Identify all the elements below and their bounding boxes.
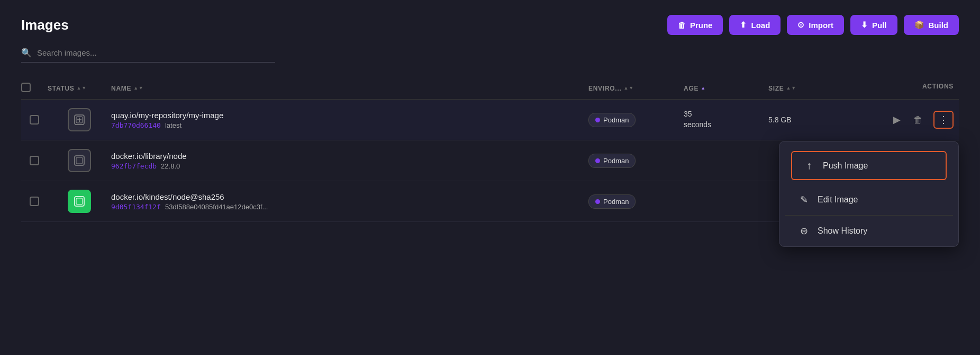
row1-status-cell <box>48 108 111 131</box>
images-page: Images 🗑 Prune ⬆ Load ⊙ Import ⬇ Pull 📦 … <box>0 0 980 355</box>
build-icon: 📦 <box>914 20 924 30</box>
page-header: Images 🗑 Prune ⬆ Load ⊙ Import ⬇ Pull 📦 … <box>21 15 959 35</box>
env-sort-icon: ▲▼ <box>624 86 634 91</box>
prune-icon: 🗑 <box>678 21 686 30</box>
row1-checkbox-cell <box>21 115 48 125</box>
row1-meta: 7db770d66140 latest <box>111 121 588 129</box>
row2-checkbox[interactable] <box>30 156 39 165</box>
row2-env-cell: Podman <box>588 154 684 168</box>
row3-status-cell <box>48 190 111 213</box>
size-sort-icon: ▲▼ <box>786 86 796 91</box>
env-dot-icon <box>595 118 600 122</box>
edit-icon: ✎ <box>797 194 810 206</box>
context-dropdown-menu: ↑ Push Image ✎ Edit Image ⊛ Show History <box>779 141 959 247</box>
row1-size-cell: 5.8 GB <box>768 116 853 124</box>
show-history-item[interactable]: ⊛ Show History <box>785 216 953 246</box>
row3-env-badge: Podman <box>588 194 636 209</box>
row2-meta: 962fb7fecdb 22.8.0 <box>111 162 588 170</box>
push-icon: ↑ <box>803 159 815 172</box>
prune-button[interactable]: 🗑 Prune <box>667 15 723 35</box>
edit-image-item[interactable]: ✎ Edit Image <box>785 184 953 216</box>
pull-button[interactable]: ⬇ Pull <box>850 15 897 35</box>
container-icon <box>73 195 86 208</box>
row2-env-badge: Podman <box>588 154 636 168</box>
row1-more-button[interactable]: ⋮ <box>933 111 954 129</box>
container-icon <box>73 154 86 167</box>
name-col-header[interactable]: NAME ▲▼ <box>111 83 588 94</box>
row1-age-cell: 35seconds <box>684 109 768 130</box>
svg-rect-5 <box>76 198 83 205</box>
page-title: Images <box>21 17 69 33</box>
load-button[interactable]: ⬆ Load <box>729 15 781 35</box>
row1-delete-button[interactable]: 🗑 <box>911 112 925 128</box>
history-icon: ⊛ <box>797 225 810 237</box>
search-bar: 🔍 <box>21 48 275 63</box>
images-table: STATUS ▲▼ NAME ▲▼ ENVIRO... ▲▼ AGE ▲ SIZ… <box>21 77 959 222</box>
row2-status-cell <box>48 149 111 172</box>
row2-image-icon <box>68 149 91 172</box>
search-input[interactable] <box>37 48 275 57</box>
select-all-checkbox[interactable] <box>21 83 31 92</box>
push-image-item[interactable]: ↑ Push Image <box>791 151 947 180</box>
row2-checkbox-cell <box>21 156 48 165</box>
name-sort-icon: ▲▼ <box>133 86 143 91</box>
table-row: quay.io/my-repository/my-image 7db770d66… <box>21 100 959 140</box>
header-actions: 🗑 Prune ⬆ Load ⊙ Import ⬇ Pull 📦 Build <box>667 15 959 35</box>
import-button[interactable]: ⊙ Import <box>787 15 844 35</box>
row1-env-cell: Podman <box>588 113 684 127</box>
push-item-wrapper: ↑ Push Image <box>779 141 958 180</box>
import-icon: ⊙ <box>797 20 804 30</box>
row3-env-cell: Podman <box>588 194 684 209</box>
container-icon <box>73 113 86 126</box>
row1-run-button[interactable]: ▶ <box>891 112 903 128</box>
row3-meta: 9d05f134f12f 53df588e04085fd41ae12de0c3f… <box>111 203 588 211</box>
row2-name-cell: docker.io/library/node 962fb7fecdb 22.8.… <box>111 152 588 170</box>
row3-image-icon <box>68 190 91 213</box>
status-sort-icon: ▲▼ <box>77 86 87 91</box>
age-col-header[interactable]: AGE ▲ <box>684 83 768 94</box>
build-button[interactable]: 📦 Build <box>904 15 959 35</box>
actions-col-header: ACTIONS <box>853 83 959 94</box>
search-icon: 🔍 <box>21 48 32 58</box>
row3-checkbox[interactable] <box>30 197 39 206</box>
env-dot-icon <box>595 199 600 204</box>
row1-env-badge: Podman <box>588 113 636 127</box>
row1-name-cell: quay.io/my-repository/my-image 7db770d66… <box>111 111 588 129</box>
row1-checkbox[interactable] <box>30 115 39 125</box>
checkbox-col-header <box>21 83 48 94</box>
pull-icon: ⬇ <box>861 20 868 30</box>
load-icon: ⬆ <box>740 20 747 30</box>
table-header: STATUS ▲▼ NAME ▲▼ ENVIRO... ▲▼ AGE ▲ SIZ… <box>21 77 959 100</box>
status-col-header[interactable]: STATUS ▲▼ <box>48 83 111 94</box>
svg-rect-3 <box>76 157 83 164</box>
env-dot-icon <box>595 158 600 163</box>
age-sort-icon: ▲ <box>701 86 706 91</box>
row1-actions-cell: ▶ 🗑 ⋮ <box>853 111 959 129</box>
size-col-header[interactable]: SIZE ▲▼ <box>768 83 853 94</box>
row1-image-icon <box>68 108 91 131</box>
env-col-header[interactable]: ENVIRO... ▲▼ <box>588 83 684 94</box>
row3-name-cell: docker.io/kindest/node@sha256 9d05f134f1… <box>111 192 588 211</box>
row3-checkbox-cell <box>21 197 48 206</box>
